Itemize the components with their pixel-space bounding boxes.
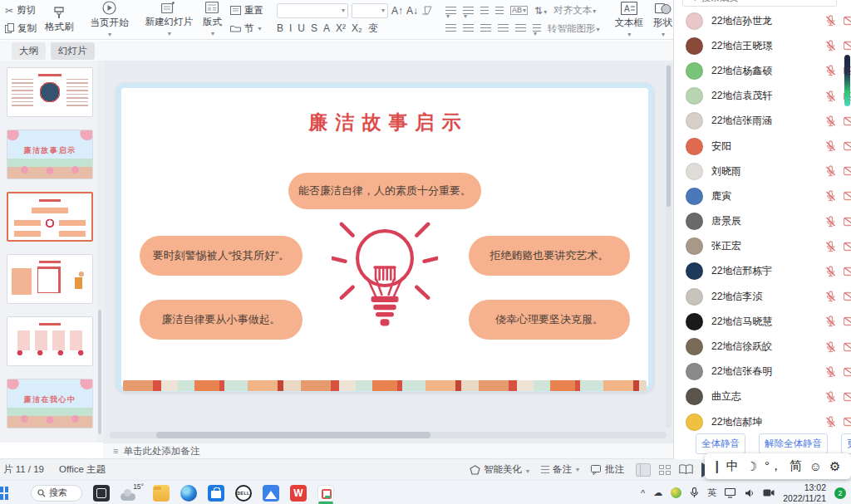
member-search-input[interactable]: [700, 0, 799, 3]
distribute-icon[interactable]: [515, 24, 526, 32]
shapes-button[interactable]: 形状: [648, 2, 673, 37]
task-view-icon[interactable]: [93, 485, 110, 502]
align-justify-icon[interactable]: [498, 24, 509, 32]
mic-muted-icon[interactable]: [824, 391, 836, 403]
participant-scrollbar-thumb[interactable]: [844, 55, 850, 106]
mic-muted-icon[interactable]: [824, 15, 836, 27]
bubble-top[interactable]: 能否廉洁自律，人的素质十分重要。: [288, 173, 481, 209]
mute-all-button[interactable]: 全体静音: [696, 433, 745, 454]
camera-off-icon[interactable]: [844, 242, 851, 252]
mic-muted-icon[interactable]: [824, 291, 836, 302]
ime-emoji-icon[interactable]: ☺: [809, 459, 822, 473]
copy-button[interactable]: 复制: [5, 20, 37, 37]
increase-indent-icon[interactable]: [495, 7, 504, 15]
participant-row[interactable]: 22地信袁茂轩: [674, 84, 851, 109]
mic-muted-icon[interactable]: [824, 65, 836, 76]
mic-muted-icon[interactable]: [824, 416, 836, 428]
reading-view-button[interactable]: [679, 464, 693, 475]
line-spacing-icon[interactable]: [533, 24, 541, 32]
camera-off-icon[interactable]: [844, 392, 851, 402]
screen-capture-icon[interactable]: [317, 485, 334, 502]
participant-row[interactable]: 22地信郝坤: [674, 409, 851, 434]
text-direction-icon[interactable]: ⇅: [534, 6, 547, 16]
format-painter-button[interactable]: 格式刷: [40, 2, 79, 37]
editor-horizontal-scrollbar[interactable]: [110, 432, 667, 438]
section-button[interactable]: 节: [230, 20, 263, 37]
participant-row[interactable]: 张正宏: [674, 234, 851, 259]
new-slide-button[interactable]: 新建幻灯片: [140, 2, 199, 37]
edge-browser-icon[interactable]: [180, 485, 197, 502]
weather-icon[interactable]: 15°: [121, 485, 142, 502]
bubble-left-2[interactable]: 廉洁自律要从小事做起。: [140, 300, 303, 340]
mic-muted-icon[interactable]: [824, 115, 836, 127]
align-left-icon[interactable]: [445, 24, 456, 32]
tray-mic-icon[interactable]: [690, 487, 699, 498]
textbox-button[interactable]: A 文本框: [610, 2, 649, 37]
ime-punctuation-mode[interactable]: °，: [765, 458, 782, 474]
tray-camera-icon[interactable]: [763, 488, 775, 497]
camera-off-icon[interactable]: [844, 166, 851, 176]
font-style-button[interactable]: I: [289, 22, 292, 34]
align-center-icon[interactable]: [463, 24, 474, 32]
microsoft-store-icon[interactable]: [208, 485, 224, 502]
camera-off-icon[interactable]: [844, 316, 851, 326]
tray-display-icon[interactable]: [725, 488, 736, 498]
tray-speaker-icon[interactable]: [745, 488, 755, 498]
taskbar-search-box[interactable]: 搜索: [31, 485, 82, 502]
font-style-button[interactable]: S: [311, 22, 317, 34]
clear-format-icon[interactable]: [421, 6, 432, 15]
numbered-list-icon[interactable]: [463, 7, 474, 15]
participant-row[interactable]: 曲立志: [674, 384, 851, 409]
mic-muted-icon[interactable]: [824, 140, 836, 152]
slide-thumbnail[interactable]: [7, 316, 93, 366]
notes-toggle-button[interactable]: 备注: [541, 463, 579, 476]
mic-muted-icon[interactable]: [824, 341, 836, 353]
play-from-current-button[interactable]: 当页开始: [86, 2, 134, 37]
participant-row[interactable]: 22地信张春明: [674, 360, 851, 384]
file-explorer-icon[interactable]: [153, 485, 170, 502]
font-style-button[interactable]: A: [323, 22, 330, 34]
layout-button[interactable]: 版式: [198, 2, 227, 37]
font-family-select[interactable]: [277, 3, 348, 18]
to-smartart-button[interactable]: 转智能图形: [548, 22, 600, 35]
font-style-button[interactable]: X²: [336, 22, 346, 34]
dell-icon[interactable]: DELL: [235, 485, 252, 502]
participant-row[interactable]: 22地信李浈: [674, 284, 851, 309]
tab-outline[interactable]: 大纲: [12, 42, 46, 60]
participant-row[interactable]: 22地信徐跃皎: [674, 334, 851, 359]
slide-canvas[interactable]: 廉洁故事启示 能否廉洁自律，人的素质十分重要。 要时刻警惕被人“投其所好”。 廉…: [116, 83, 653, 392]
bullet-list-icon[interactable]: [445, 7, 456, 15]
mic-muted-icon[interactable]: [824, 91, 836, 102]
align-text-button[interactable]: 对齐文本: [553, 4, 596, 17]
reset-button[interactable]: 重置: [230, 2, 263, 19]
font-size-select[interactable]: [352, 3, 388, 18]
decrease-font-button[interactable]: A↓: [406, 5, 418, 17]
participant-row[interactable]: 鹿寅: [674, 183, 851, 208]
mic-muted-icon[interactable]: [824, 241, 836, 252]
ime-lang-mode[interactable]: 中: [726, 458, 739, 474]
camera-off-icon[interactable]: [844, 267, 851, 276]
decrease-indent-icon[interactable]: [480, 7, 489, 15]
participant-row[interactable]: 22地信王晓璟: [674, 33, 851, 58]
mic-muted-icon[interactable]: [824, 165, 836, 177]
participant-row[interactable]: 唐景辰: [674, 209, 851, 234]
ime-simplified-mode[interactable]: 简: [790, 458, 802, 474]
mic-muted-icon[interactable]: [824, 40, 836, 51]
font-style-button[interactable]: U: [298, 22, 305, 34]
participant-row[interactable]: 22地信孙世龙: [674, 8, 851, 33]
font-style-button[interactable]: X₂: [352, 22, 362, 34]
camera-off-icon[interactable]: [844, 367, 851, 377]
ime-language-indicator[interactable]: 英: [707, 487, 716, 499]
participant-row[interactable]: 22地信杨鑫硕: [674, 58, 851, 83]
camera-off-icon[interactable]: [844, 16, 851, 26]
notification-badge[interactable]: 2: [834, 487, 846, 499]
cut-button[interactable]: ✂ 剪切: [5, 2, 37, 19]
participant-row[interactable]: 刘晓雨: [674, 159, 851, 183]
comments-button[interactable]: 批注: [591, 463, 624, 476]
camera-off-icon[interactable]: [844, 342, 851, 352]
participant-row[interactable]: 22地信邢栋宇: [674, 259, 851, 284]
participant-row[interactable]: 安阳: [674, 134, 851, 159]
mic-muted-icon[interactable]: [824, 216, 836, 228]
tray-app-icon[interactable]: [671, 487, 681, 498]
slide-thumbnail[interactable]: [7, 192, 93, 242]
